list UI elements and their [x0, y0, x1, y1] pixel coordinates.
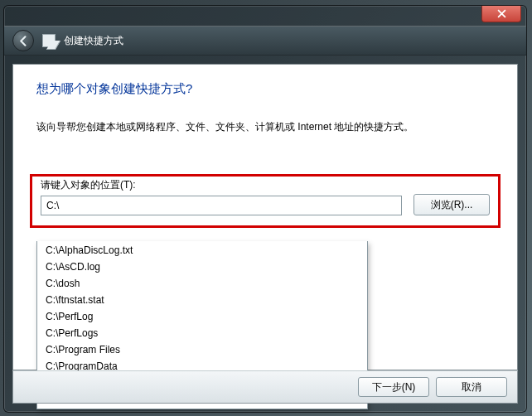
autocomplete-item[interactable]: C:\Program Files: [37, 341, 367, 358]
window-title: 创建快捷方式: [64, 34, 123, 48]
autocomplete-item[interactable]: C:\PerfLogs: [37, 325, 367, 341]
autocomplete-item[interactable]: C:\AsCD.log: [37, 259, 367, 275]
location-label: 请键入对象的位置(T):: [41, 178, 402, 192]
close-button[interactable]: [481, 6, 521, 22]
autocomplete-item[interactable]: C:\dosh: [37, 275, 367, 292]
shortcut-icon: [42, 34, 56, 47]
browse-button[interactable]: 浏览(R)...: [414, 194, 490, 215]
autocomplete-item[interactable]: C:\PerfLog: [37, 308, 367, 325]
wizard-window: 创建快捷方式 想为哪个对象创建快捷方式? 该向导帮您创建本地或网络程序、文件、文…: [3, 5, 527, 413]
next-button[interactable]: 下一步(N): [358, 377, 429, 397]
footer-bar: 下一步(N) 取消: [12, 370, 518, 404]
titlebar: [4, 6, 526, 26]
location-field-group: 请键入对象的位置(T):: [41, 178, 402, 215]
close-icon: [497, 9, 506, 18]
cancel-button[interactable]: 取消: [436, 377, 507, 397]
autocomplete-item[interactable]: C:\ftnstat.stat: [37, 292, 367, 308]
highlight-box: 请键入对象的位置(T): 浏览(R)...: [30, 174, 501, 228]
header-bar: 创建快捷方式: [4, 26, 526, 56]
location-input[interactable]: [41, 196, 402, 215]
page-description: 该向导帮您创建本地或网络程序、文件、文件夹、计算机或 Internet 地址的快…: [36, 120, 494, 134]
page-heading: 想为哪个对象创建快捷方式?: [36, 81, 494, 97]
wizard-body: 想为哪个对象创建快捷方式? 该向导帮您创建本地或网络程序、文件、文件夹、计算机或…: [12, 64, 518, 370]
autocomplete-item[interactable]: C:\AlphaDiscLog.txt: [37, 242, 367, 259]
arrow-left-icon: [18, 36, 29, 46]
back-button[interactable]: [12, 30, 34, 51]
